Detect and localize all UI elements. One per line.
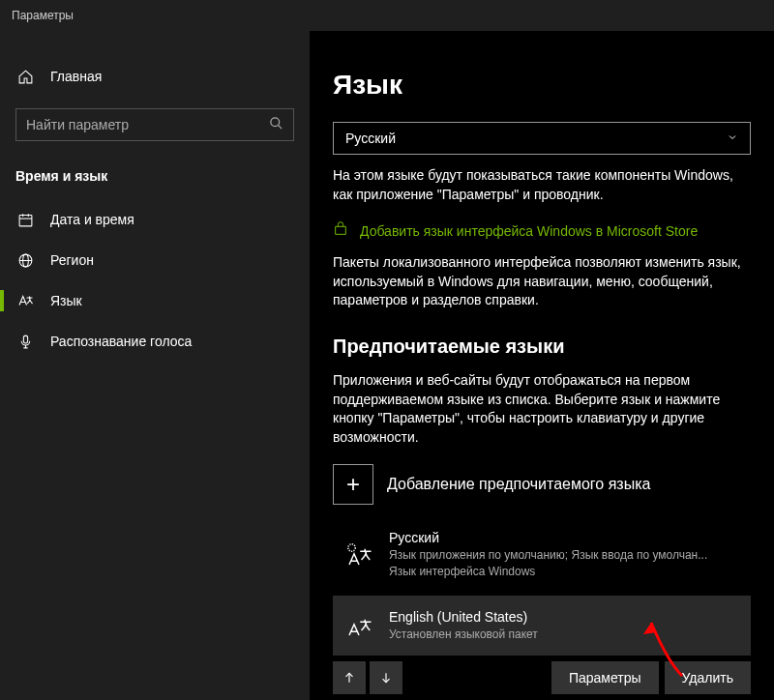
move-up-button[interactable] <box>333 661 366 694</box>
nav-home[interactable]: Главная <box>0 56 310 97</box>
calendar-icon <box>15 210 35 229</box>
add-language-button[interactable]: + Добавление предпочитаемого языка <box>333 464 751 505</box>
move-down-button[interactable] <box>370 661 402 694</box>
language-item-russian[interactable]: Русский Язык приложения по умолчанию; Яз… <box>333 520 751 590</box>
language-actions-row: Параметры Удалить <box>333 661 751 694</box>
home-icon <box>15 67 35 86</box>
language-meta: Установлен языковой пакет <box>389 627 745 643</box>
page-title: Язык <box>333 70 751 101</box>
search-icon <box>269 116 283 133</box>
window-title: Параметры <box>12 9 74 22</box>
sidebar-item-datetime[interactable]: Дата и время <box>0 199 310 240</box>
remove-button[interactable]: Удалить <box>665 661 751 694</box>
language-glyph-icon <box>339 535 379 575</box>
globe-icon <box>15 250 35 270</box>
language-icon <box>15 291 35 310</box>
nav-home-label: Главная <box>50 69 102 84</box>
search-box[interactable] <box>15 108 294 141</box>
sidebar-item-label: Регион <box>50 252 94 268</box>
preferred-languages-description: Приложения и веб-сайты будут отображатьс… <box>333 371 751 447</box>
window-titlebar: Параметры <box>0 0 774 31</box>
language-meta: Язык интерфейса Windows <box>389 564 745 580</box>
sidebar-item-speech[interactable]: Распознавание голоса <box>0 321 310 362</box>
language-name: Русский <box>389 530 745 545</box>
display-language-description: На этом языке будут показываться такие к… <box>333 166 751 204</box>
language-glyph-icon <box>339 605 379 646</box>
sidebar-item-language[interactable]: Язык <box>0 280 310 321</box>
main-panel: Язык Русский На этом языке будут показыв… <box>310 31 774 700</box>
store-link-label: Добавить язык интерфейса Windows в Micro… <box>360 223 698 239</box>
search-input[interactable] <box>26 117 269 132</box>
svg-rect-9 <box>23 335 27 343</box>
microphone-icon <box>15 332 35 351</box>
store-link[interactable]: Добавить язык интерфейса Windows в Micro… <box>333 221 751 240</box>
sidebar: Главная Время и язык Дата и время Регион <box>0 31 310 700</box>
preferred-languages-title: Предпочитаемые языки <box>333 335 751 358</box>
display-language-select[interactable]: Русский <box>333 122 751 155</box>
svg-point-10 <box>348 544 356 552</box>
sidebar-item-region[interactable]: Регион <box>0 240 310 280</box>
display-language-value: Русский <box>345 131 396 146</box>
language-item-english[interactable]: English (United States) Установлен языко… <box>333 596 751 656</box>
language-pack-description: Пакеты локализованного интерфейса позвол… <box>333 253 751 310</box>
chevron-down-icon <box>727 131 738 146</box>
options-button[interactable]: Параметры <box>551 661 659 694</box>
plus-icon: + <box>333 464 373 505</box>
svg-line-1 <box>278 125 282 129</box>
svg-rect-2 <box>19 215 32 225</box>
sidebar-item-label: Распознавание голоса <box>50 334 192 349</box>
sidebar-item-label: Язык <box>50 293 82 308</box>
sidebar-category: Время и язык <box>0 159 310 199</box>
language-name: English (United States) <box>389 609 745 625</box>
language-meta: Язык приложения по умолчанию; Язык ввода… <box>389 547 745 564</box>
add-language-label: Добавление предпочитаемого языка <box>387 476 650 493</box>
svg-point-0 <box>271 118 280 127</box>
sidebar-item-label: Дата и время <box>50 212 134 227</box>
store-icon <box>333 221 350 240</box>
